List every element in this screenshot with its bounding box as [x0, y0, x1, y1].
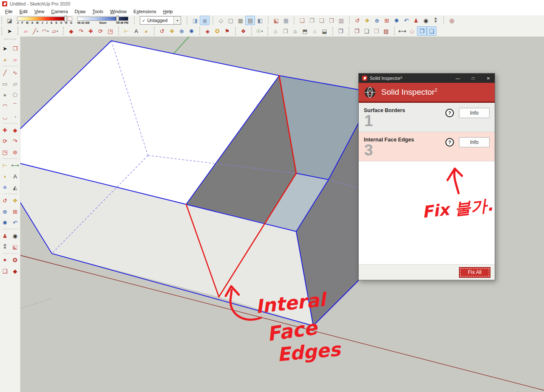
pie-tool-icon[interactable]: ◔ [10, 111, 20, 122]
push-pull-icon[interactable]: ◆ [10, 124, 20, 135]
palette-drag-handle[interactable] [4, 39, 16, 39]
make-component-icon[interactable]: ❒ [10, 43, 20, 54]
help-icon[interactable]: ? [445, 138, 454, 147]
previous-view-icon[interactable]: ↶ [401, 16, 411, 25]
eraser-tool-icon[interactable]: ▰ [10, 54, 20, 65]
move-tool-icon[interactable]: ✚ [86, 26, 96, 36]
rectangle-tool-icon[interactable]: ▭ [0, 78, 10, 89]
chevron-down-icon[interactable]: ▾ [173, 17, 181, 24]
menu-file[interactable]: File [2, 8, 16, 14]
scale-tool-icon[interactable]: ◳ [105, 26, 115, 36]
monochrome-icon[interactable]: ◧ [255, 16, 265, 25]
info-button[interactable]: Info [459, 137, 490, 147]
stamp-tool-icon[interactable]: ❏ [297, 16, 307, 25]
close-button[interactable]: ✕ [482, 73, 495, 83]
component-lock-icon[interactable]: ❒ [371, 26, 381, 36]
menu-view[interactable]: View [31, 8, 48, 14]
rotate-tool-icon[interactable]: ⟳ [0, 135, 10, 147]
position-camera-icon[interactable]: ♟ [411, 16, 421, 25]
component-blue-b-icon[interactable]: ❑ [427, 26, 436, 36]
eraser-tool-icon[interactable]: ▰ [21, 26, 31, 36]
axes-tool-icon[interactable]: ✳ [0, 182, 10, 193]
orbit-icon[interactable]: ↺ [0, 195, 10, 206]
look-around-icon[interactable]: ◉ [421, 16, 431, 25]
shadow-date-slider[interactable]: JFMAMJJASOND [17, 17, 72, 24]
rotated-rectangle-icon[interactable]: ▱ [10, 78, 20, 89]
zoom-extents-icon[interactable]: ✺ [0, 217, 10, 228]
select-tool-icon[interactable]: ➤ [0, 43, 10, 54]
polygon-tool-icon[interactable]: ⬠ [10, 89, 20, 100]
component-report-icon[interactable]: ▨ [381, 26, 391, 36]
maximize-button[interactable]: □ [467, 73, 479, 83]
follow-me-icon[interactable]: ↷ [10, 135, 20, 147]
warehouse-extension-icon[interactable]: ❑ [0, 265, 10, 276]
arc-tool-icon[interactable]: ◠ [0, 100, 10, 111]
back-edges-icon[interactable]: ▣ [200, 16, 210, 25]
component-blue-a-icon[interactable]: ❐ [417, 26, 427, 36]
scale-tool-icon[interactable]: ◳ [0, 147, 10, 158]
text-tool-icon[interactable]: A [10, 171, 20, 182]
zoom-icon[interactable]: ⊕ [0, 206, 10, 217]
shape-tool-icon[interactable]: ▱▾ [50, 26, 60, 36]
push-pull-icon[interactable]: ◆ [66, 26, 76, 36]
purge-icon[interactable]: ⚑ [222, 26, 232, 36]
section-plane-icon[interactable]: ⬕ [271, 16, 281, 25]
account-icon[interactable]: ☉▾ [255, 26, 264, 36]
offset-tool-icon[interactable]: ⊚ [10, 147, 20, 158]
zoom-window-icon[interactable]: ⊞ [382, 16, 391, 25]
orbit-icon[interactable]: ↺ [157, 26, 167, 36]
warehouse-download-icon[interactable]: ✪ [10, 254, 20, 265]
outline-box-icon[interactable]: ◇ [407, 26, 417, 36]
arc-tool-icon[interactable]: ◠▾ [40, 26, 50, 36]
pan-icon[interactable]: ❖ [167, 26, 177, 36]
walk-icon[interactable]: ⁑ [431, 16, 440, 25]
shaded-textures-icon[interactable]: ▤ [245, 16, 255, 25]
look-around-icon[interactable]: ◉ [10, 230, 20, 241]
solid-inspector-icon[interactable]: ◎ [447, 16, 456, 25]
bin-icon[interactable]: ⬓ [320, 26, 329, 36]
follow-me-icon[interactable]: ↷ [76, 26, 86, 36]
inspector-row-internal-face-edges[interactable]: Internal Face Edges3?Info [359, 132, 495, 161]
tag-icon[interactable]: ❖ [238, 26, 248, 36]
menu-window[interactable]: Window [107, 8, 130, 14]
line-tool-icon[interactable]: ╱▾ [31, 26, 40, 36]
tape-measure-icon[interactable]: ⊢ [122, 26, 131, 36]
warehouse-share-icon[interactable]: ✦ [0, 254, 10, 265]
previous-view-icon[interactable]: ↶ [10, 217, 20, 228]
tape-measure-icon[interactable]: ⊢ [0, 160, 10, 171]
circle-tool-icon[interactable]: ● [0, 89, 10, 100]
help-icon[interactable]: ? [445, 109, 454, 117]
component-edit-icon[interactable]: ❐ [352, 26, 362, 36]
orbit-icon[interactable]: ↺ [352, 16, 362, 25]
menu-edit[interactable]: Edit [16, 8, 31, 14]
lathe-tool-icon[interactable]: ❑ [317, 16, 326, 25]
model-info-icon[interactable]: ◈ [203, 26, 212, 36]
select-tool-icon[interactable]: ➤ [5, 26, 14, 36]
shaded-icon[interactable]: ▩ [235, 16, 245, 25]
position-camera-icon[interactable]: ♟ [0, 230, 10, 241]
menu-tools[interactable]: Tools [89, 8, 107, 14]
tag-combobox[interactable]: ✓Untagged▾ [140, 16, 181, 25]
house-outline-icon[interactable]: ⌂ [310, 26, 320, 36]
line-tool-icon[interactable]: ╱ [0, 67, 10, 78]
pan-icon[interactable]: ❖ [10, 195, 20, 206]
inspector-row-surface-borders[interactable]: Surface Borders1?Info [359, 103, 495, 132]
move-tool-icon[interactable]: ✚ [0, 124, 10, 135]
menu-extensions[interactable]: Extensions [130, 8, 160, 14]
zoom-window-icon[interactable]: ⊞ [10, 206, 20, 217]
info-button[interactable]: Info [459, 108, 490, 118]
paint-bucket-icon[interactable]: ◕ [0, 54, 10, 65]
section-plane-icon[interactable]: ⬕ [10, 241, 20, 252]
minimize-button[interactable]: — [451, 73, 464, 83]
warehouse-model-icon[interactable]: ◆ [10, 265, 20, 276]
house-front-icon[interactable]: ⌂ [290, 26, 300, 36]
protractor-tool-icon[interactable]: ◖ [0, 171, 10, 182]
rotate-tool-icon[interactable]: ⟳ [96, 26, 105, 36]
component-icon[interactable]: ❐ [336, 26, 346, 36]
dimension-tool-icon[interactable]: ⟷ [10, 160, 20, 171]
text-tool-icon[interactable]: A [131, 26, 141, 36]
section-fill-icon[interactable]: ▦ [281, 16, 291, 25]
terrain-tool-icon[interactable]: ❒ [326, 16, 336, 25]
drape-tool-icon[interactable]: ▨ [336, 16, 346, 25]
zoom-extents-icon[interactable]: ✺ [391, 16, 401, 25]
